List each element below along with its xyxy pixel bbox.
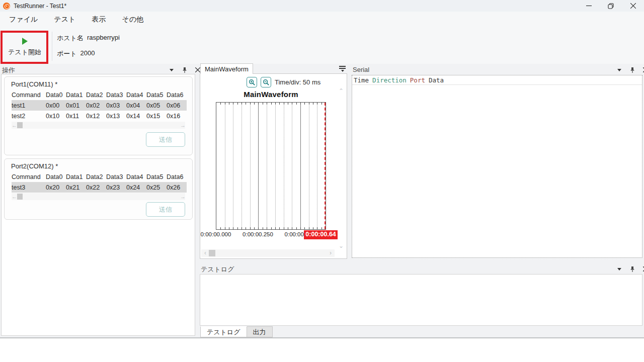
column-header[interactable]: Data3 (106, 89, 126, 100)
port-value[interactable]: 2000 (80, 49, 95, 58)
table-cell: 0x10 (46, 111, 66, 121)
column-header[interactable]: Command (12, 171, 46, 182)
axis-tick (233, 103, 233, 105)
menu-test[interactable]: テスト (47, 13, 83, 26)
window-title: TestRunner - Test1* (14, 3, 66, 10)
axis-tick (317, 103, 317, 105)
log-close-icon[interactable] (642, 265, 644, 273)
scrollbar-thumb[interactable] (17, 194, 23, 200)
column-header[interactable]: Data6 (167, 171, 187, 182)
scroll-down-icon[interactable]: ⌄ (337, 242, 345, 250)
axis-tick (237, 103, 238, 105)
waveform-tab[interactable]: MainWaveform (200, 63, 253, 74)
table-cell: 0x11 (66, 111, 86, 121)
serial-close-icon[interactable] (642, 66, 644, 73)
port2-group: Port2(COM12) * CommandData0Data1Data2Dat… (4, 158, 193, 220)
time-div-label: Time/div: 50 ms (275, 78, 320, 86)
minor-gridline (242, 103, 242, 229)
scrollbar-thumb[interactable] (209, 250, 215, 256)
restore-button[interactable] (600, 0, 622, 12)
port1-hscrollbar[interactable]: ← → (12, 122, 185, 129)
x-tick-label: 0:00:00.000 (201, 231, 231, 237)
port-field: ポート 2000 (57, 49, 95, 58)
column-header[interactable]: Data3 (106, 171, 126, 182)
axis-tick (246, 227, 246, 229)
scroll-right-icon[interactable]: → (180, 122, 185, 129)
tab-test-log[interactable]: テストログ (200, 326, 247, 337)
column-header[interactable]: Data2 (86, 89, 106, 100)
column-header[interactable]: Data1 (66, 171, 86, 182)
port2-hscrollbar[interactable]: ← → (12, 193, 185, 200)
table-cell: test3 (12, 182, 46, 193)
column-header[interactable]: Data4 (126, 89, 146, 100)
waveform-plot[interactable] (216, 102, 326, 230)
column-header[interactable]: Data6 (167, 89, 187, 100)
axis-tick (246, 103, 246, 105)
axis-tick (300, 103, 301, 105)
axis-tick (300, 227, 301, 229)
table-cell: 0x13 (106, 111, 126, 121)
tab-output[interactable]: 出力 (247, 326, 273, 337)
major-gridline (300, 103, 301, 229)
serial-pin-icon[interactable] (629, 66, 636, 73)
scroll-left-icon[interactable]: ← (12, 122, 17, 129)
axis-tick (284, 103, 284, 105)
scroll-right-icon[interactable]: › (328, 249, 334, 257)
column-header[interactable]: Data5 (146, 171, 167, 182)
scroll-left-icon[interactable]: ‹ (202, 249, 208, 257)
axis-tick (296, 227, 297, 229)
time-cursor-line[interactable] (325, 103, 326, 229)
table-row[interactable]: test30x200x210x220x230x240x250x26 (12, 182, 187, 193)
port1-command-table: CommandData0Data1Data2Data3Data4Data5Dat… (12, 89, 187, 121)
window-list-icon[interactable] (339, 66, 346, 72)
axis-tick (271, 103, 272, 105)
log-collapse-icon[interactable] (616, 265, 623, 273)
axis-tick (279, 227, 280, 229)
zoom-in-button[interactable] (247, 77, 257, 87)
close-window-button[interactable] (622, 0, 644, 12)
host-value[interactable]: raspberrypi (87, 34, 120, 43)
toolbar: テスト開始 ホスト名 raspberrypi ポート 2000 (0, 28, 644, 64)
menu-file[interactable]: ファイル (2, 13, 45, 26)
axis-tick (250, 103, 251, 105)
column-header[interactable]: Data5 (146, 89, 167, 100)
column-header[interactable]: Data0 (46, 171, 66, 182)
operation-pin-icon[interactable] (181, 66, 188, 73)
table-cell: 0x02 (86, 100, 106, 111)
scroll-up-icon[interactable]: ⌃ (337, 87, 345, 95)
scrollbar-thumb[interactable] (17, 122, 23, 128)
scroll-right-icon[interactable]: → (180, 193, 185, 200)
serial-col-time: Time (354, 76, 369, 84)
table-row[interactable]: test20x100x110x120x130x140x150x16 (12, 111, 187, 121)
operation-collapse-icon[interactable] (168, 66, 175, 73)
menu-view[interactable]: 表示 (85, 13, 113, 26)
serial-panel-body: Time Direction Port Data (352, 75, 642, 258)
table-cell: 0x12 (86, 111, 106, 121)
menu-other[interactable]: その他 (115, 13, 150, 26)
column-header[interactable]: Command (12, 89, 46, 100)
serial-collapse-icon[interactable] (616, 66, 623, 73)
axis-tick (267, 103, 267, 105)
axis-tick (225, 103, 225, 105)
port2-send-button[interactable]: 送信 (146, 202, 185, 217)
table-cell: 0x05 (146, 100, 167, 111)
scroll-left-icon[interactable]: ← (12, 193, 17, 200)
table-cell: 0x06 (167, 100, 187, 111)
table-cell: 0x26 (167, 182, 187, 193)
waveform-hscrollbar[interactable]: ‹ › (201, 249, 335, 257)
zoom-out-button[interactable] (261, 77, 271, 87)
column-header[interactable]: Data2 (86, 171, 106, 182)
table-cell: 0x20 (46, 182, 66, 193)
port1-send-button[interactable]: 送信 (146, 132, 185, 147)
waveform-chart-title: MainWaveform (216, 90, 326, 99)
axis-tick (220, 103, 221, 105)
column-header[interactable]: Data4 (126, 171, 146, 182)
port1-group-title: Port1(COM11) * (5, 77, 192, 89)
column-header[interactable]: Data0 (46, 89, 66, 100)
table-row[interactable]: test10x000x010x020x030x040x050x06 (12, 100, 187, 111)
log-pin-icon[interactable] (629, 265, 636, 273)
column-header[interactable]: Data1 (66, 89, 86, 100)
waveform-panel-body: Time/div: 50 ms MainWaveform 0:00:00.000… (200, 73, 347, 259)
axis-tick (313, 227, 313, 229)
minimize-button[interactable] (578, 0, 600, 12)
